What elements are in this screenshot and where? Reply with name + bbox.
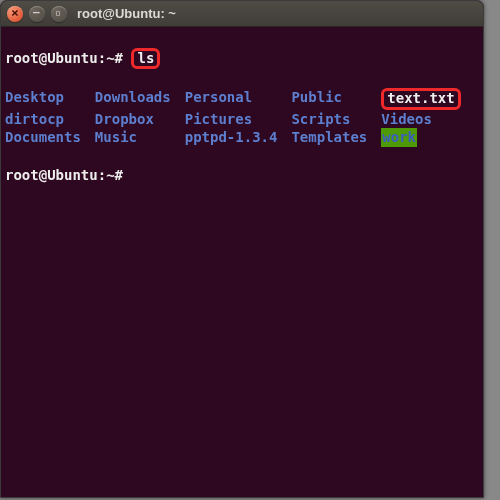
terminal-window: root@Ubuntu: ~ root@Ubuntu:~# ls Desktop… [0, 0, 484, 498]
maximize-icon[interactable] [51, 6, 67, 22]
ls-output: DesktopDownloadsPersonalPublictext.txtdi… [5, 88, 479, 147]
window-title: root@Ubuntu: ~ [77, 6, 176, 21]
ls-item: Public [291, 88, 367, 109]
minimize-icon[interactable] [29, 6, 45, 22]
ls-item: Pictures [185, 110, 278, 129]
red-highlight: text.txt [381, 88, 460, 109]
prompt-symbol-2: # [115, 167, 123, 183]
green-highlight: work [381, 128, 417, 147]
close-icon[interactable] [7, 6, 23, 22]
prompt-userhost-2: root@Ubuntu [5, 167, 98, 183]
window-controls [7, 6, 67, 22]
ls-item: Personal [185, 88, 278, 109]
ls-item: Documents [5, 128, 81, 147]
command-text: ls [137, 50, 154, 66]
prompt-line-2: root@Ubuntu:~# [5, 166, 479, 185]
prompt-line-1: root@Ubuntu:~# ls [5, 48, 479, 69]
ls-item: Scripts [291, 110, 367, 129]
ls-item: Downloads [95, 88, 171, 109]
terminal-body[interactable]: root@Ubuntu:~# ls DesktopDownloadsPerson… [1, 27, 483, 225]
ls-item: Music [95, 128, 171, 147]
ls-item: Videos [381, 110, 460, 129]
prompt-symbol: # [115, 50, 123, 66]
ls-item: text.txt [381, 88, 460, 109]
ls-item: work [381, 128, 460, 147]
prompt-userhost: root@Ubuntu [5, 50, 98, 66]
prompt-path-2: ~ [106, 167, 114, 183]
ls-item: Templates [291, 128, 367, 147]
titlebar[interactable]: root@Ubuntu: ~ [1, 1, 483, 27]
ls-item: dirtocp [5, 110, 81, 129]
prompt-path: ~ [106, 50, 114, 66]
ls-item: pptpd-1.3.4 [185, 128, 278, 147]
ls-item: Dropbox [95, 110, 171, 129]
cursor [131, 169, 139, 183]
ls-item: Desktop [5, 88, 81, 109]
command-highlight: ls [131, 48, 160, 69]
